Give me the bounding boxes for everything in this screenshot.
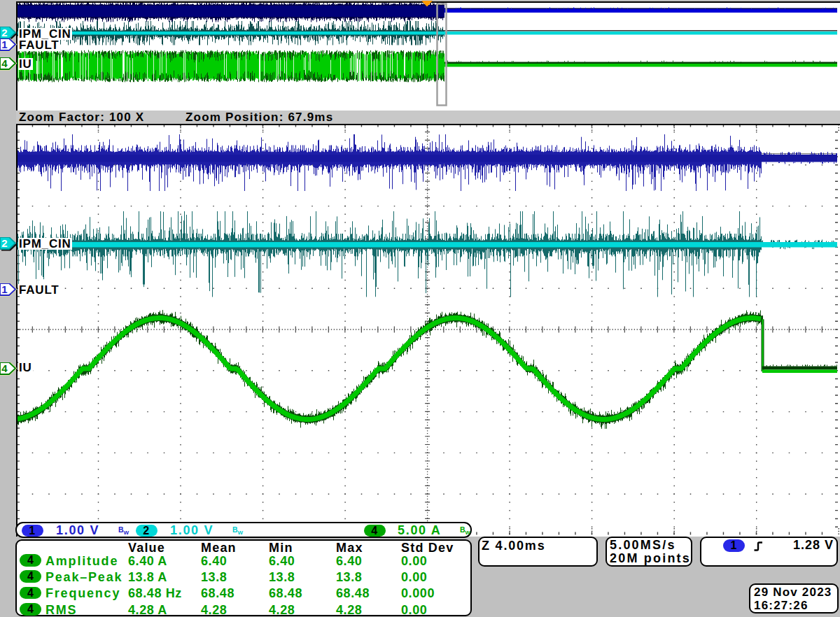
svg-text:2: 2 (1, 237, 7, 249)
svg-text:4: 4 (1, 57, 8, 69)
svg-text:2: 2 (1, 27, 7, 38)
svg-text:1: 1 (1, 38, 7, 50)
svg-text:4: 4 (1, 362, 8, 374)
svg-text:1: 1 (1, 283, 7, 295)
